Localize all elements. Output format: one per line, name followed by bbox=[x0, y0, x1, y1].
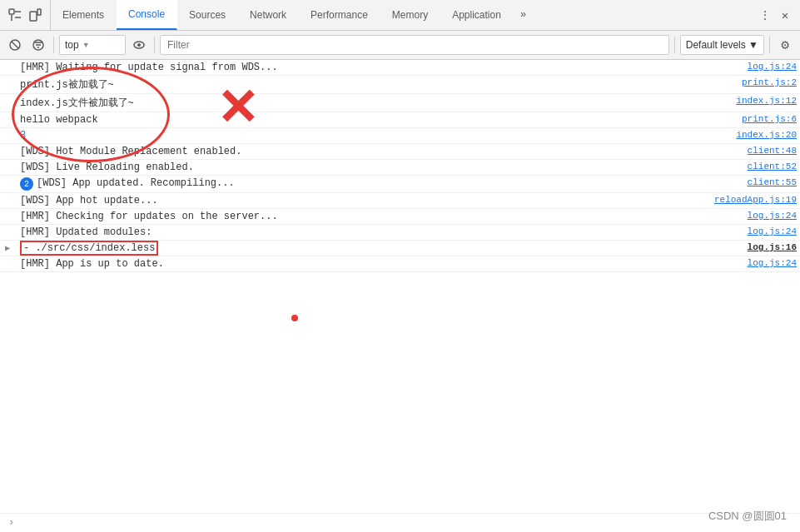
console-line: [HMR] Checking for updates on the server… bbox=[0, 209, 800, 225]
devtools-menu-icon[interactable]: ⋮ bbox=[757, 7, 773, 23]
tabs: Elements Console Sources Network Perform… bbox=[51, 0, 750, 30]
console-line-source[interactable]: client:48 bbox=[748, 146, 797, 156]
console-line: [WDS] Hot Module Replacement enabled.cli… bbox=[0, 144, 800, 160]
console-line-source[interactable]: index.js:20 bbox=[736, 130, 797, 140]
prompt-arrow-icon: › bbox=[8, 517, 14, 529]
eye-button[interactable] bbox=[129, 35, 149, 55]
tab-bar-right-icons: ⋮ ✕ bbox=[750, 7, 800, 23]
console-line-text: [WDS] Live Reloading enabled. bbox=[20, 162, 741, 173]
console-line-text: [WDS] App hot update... bbox=[20, 195, 708, 206]
console-line: index.js文件被加载了~index.js:12 bbox=[0, 94, 800, 112]
console-line-source[interactable]: print.js:2 bbox=[742, 77, 797, 87]
toolbar-separator-2 bbox=[154, 37, 155, 53]
console-output: [HMR] Waiting for update signal from WDS… bbox=[0, 60, 800, 513]
console-line: [HMR] Updated modules:log.js:24 bbox=[0, 225, 800, 241]
console-input[interactable] bbox=[17, 517, 797, 529]
close-devtools-icon[interactable]: ✕ bbox=[777, 7, 793, 23]
console-line-source[interactable]: client:52 bbox=[748, 162, 797, 172]
console-line: [WDS] App hot update...reloadApp.js:19 bbox=[0, 193, 800, 209]
console-line: [HMR] Waiting for update signal from WDS… bbox=[0, 60, 800, 76]
context-selector[interactable]: top ▼ bbox=[59, 35, 126, 55]
tab-memory[interactable]: Memory bbox=[380, 0, 440, 30]
console-line: print.js被加载了~print.js:2 bbox=[0, 76, 800, 94]
console-line-text: - ./src/css/index.less bbox=[20, 242, 741, 254]
filter-toggle-button[interactable] bbox=[28, 35, 48, 55]
highlighted-text: - ./src/css/index.less bbox=[20, 241, 158, 256]
tab-bar: Elements Console Sources Network Perform… bbox=[0, 0, 800, 31]
tab-elements[interactable]: Elements bbox=[51, 0, 117, 30]
console-prompt: › bbox=[0, 513, 800, 532]
svg-line-7 bbox=[12, 42, 18, 48]
console-line-text: 3 bbox=[20, 130, 729, 142]
console-line-source[interactable]: log.js:24 bbox=[748, 258, 797, 268]
console-line-text: hello webpack bbox=[20, 114, 735, 126]
tab-sources[interactable]: Sources bbox=[177, 0, 238, 30]
svg-rect-5 bbox=[37, 9, 41, 15]
console-line: 2[WDS] App updated. Recompiling...client… bbox=[0, 176, 800, 193]
console-line-source[interactable]: reloadApp.js:19 bbox=[714, 195, 797, 205]
devtools-container: Elements Console Sources Network Perform… bbox=[0, 0, 800, 532]
tab-network[interactable]: Network bbox=[238, 0, 299, 30]
console-line-text: [HMR] App is up to date. bbox=[20, 258, 741, 270]
console-line: 3index.js:20 bbox=[0, 128, 800, 144]
svg-rect-0 bbox=[9, 9, 14, 14]
console-line-text: [HMR] Checking for updates on the server… bbox=[20, 211, 741, 222]
console-line-text: [WDS] Hot Module Replacement enabled. bbox=[20, 146, 741, 157]
console-toolbar: top ▼ Default levels ▼ ⚙ bbox=[0, 31, 800, 60]
more-tabs-button[interactable]: » bbox=[514, 0, 533, 30]
device-toggle-icon[interactable] bbox=[27, 7, 43, 23]
console-line: [WDS] Live Reloading enabled.client:52 bbox=[0, 160, 800, 176]
number-value: 3 bbox=[20, 130, 26, 142]
console-line-text: [HMR] Updated modules: bbox=[20, 226, 741, 238]
log-level-selector[interactable]: Default levels ▼ bbox=[680, 35, 764, 55]
toolbar-separator-1 bbox=[53, 37, 54, 53]
console-line-text: print.js被加载了~ bbox=[20, 77, 735, 92]
console-line-source[interactable]: client:55 bbox=[748, 177, 797, 187]
console-line: ▶- ./src/css/index.lesslog.js:16 bbox=[0, 241, 800, 256]
settings-button[interactable]: ⚙ bbox=[775, 35, 795, 55]
console-line: [HMR] App is up to date.log.js:24 bbox=[0, 256, 800, 272]
toolbar-separator-4 bbox=[769, 37, 770, 53]
tab-performance[interactable]: Performance bbox=[299, 0, 380, 30]
svg-rect-4 bbox=[30, 12, 37, 21]
console-line: hello webpackprint.js:6 bbox=[0, 112, 800, 128]
clear-console-button[interactable] bbox=[5, 35, 25, 55]
console-line-text: index.js文件被加载了~ bbox=[20, 96, 729, 110]
inspect-element-icon[interactable] bbox=[7, 7, 23, 23]
tab-bar-left-icons bbox=[0, 0, 51, 30]
expand-arrow-icon[interactable]: ▶ bbox=[5, 243, 10, 253]
console-line-source[interactable]: log.js:16 bbox=[748, 242, 797, 252]
console-line-source[interactable]: print.js:6 bbox=[742, 114, 797, 124]
svg-point-13 bbox=[137, 43, 141, 47]
console-line-source[interactable]: log.js:24 bbox=[748, 62, 797, 72]
console-line-source[interactable]: log.js:24 bbox=[748, 211, 797, 221]
console-line-source[interactable]: log.js:24 bbox=[748, 226, 797, 236]
console-line-text: [HMR] Waiting for update signal from WDS… bbox=[20, 62, 741, 73]
tab-console[interactable]: Console bbox=[117, 0, 177, 30]
filter-input[interactable] bbox=[160, 35, 669, 55]
console-line-source[interactable]: index.js:12 bbox=[736, 96, 797, 106]
tab-application[interactable]: Application bbox=[440, 0, 514, 30]
console-badge: 2 bbox=[20, 177, 33, 191]
toolbar-separator-3 bbox=[674, 37, 675, 53]
console-line-text: [WDS] App updated. Recompiling... bbox=[37, 177, 741, 189]
